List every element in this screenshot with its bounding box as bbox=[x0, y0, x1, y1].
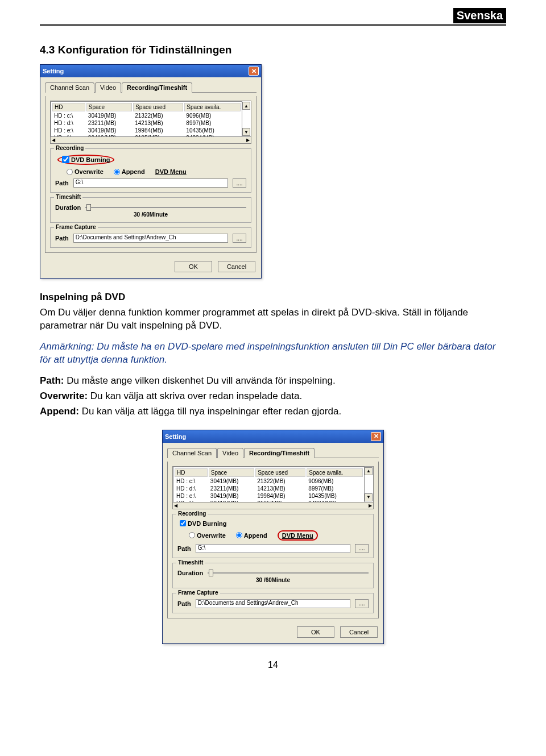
recording-fieldset: Recording DVD Burning Overwrite Append D… bbox=[50, 148, 251, 193]
frame-capture-fieldset: Frame Capture Path D:\Documents and Sett… bbox=[50, 227, 251, 248]
duration-slider[interactable] bbox=[208, 569, 369, 577]
scroll-down-icon[interactable]: ▼ bbox=[365, 493, 373, 501]
table-header-row: HD Space Space used Space availa. bbox=[52, 103, 241, 111]
recording-path-label: Path bbox=[55, 180, 69, 186]
recording-fieldset: Recording DVD Burning Overwrite Append D… bbox=[172, 514, 374, 558]
close-icon[interactable]: ✕ bbox=[371, 432, 381, 441]
capture-path-input[interactable]: D:\Documents and Settings\Andrew_Ch bbox=[73, 234, 228, 243]
dialog-screenshot-1: Setting ✕ Channel Scan Video Recording/T… bbox=[40, 64, 506, 279]
tab-video[interactable]: Video bbox=[217, 448, 243, 458]
table-row: HD : f:\30419(MB)6185(MB)24234(MB) bbox=[175, 500, 363, 502]
dvd-burning-highlight: DVD Burning bbox=[57, 155, 114, 165]
tab-strip: Channel Scan Video Recording/Timeshift bbox=[167, 447, 379, 458]
duration-slider[interactable] bbox=[85, 203, 246, 211]
table-row: HD : d:\23211(MB)14213(MB)8997(MB) bbox=[175, 485, 363, 492]
ok-button[interactable]: OK bbox=[175, 261, 212, 272]
capture-path-browse-button[interactable]: .... bbox=[233, 234, 246, 243]
tab-channel-scan[interactable]: Channel Scan bbox=[45, 82, 94, 93]
paragraph-1: Om Du väljer denna funktion kommer progr… bbox=[40, 306, 506, 333]
ok-button[interactable]: OK bbox=[297, 626, 334, 638]
table-row: HD : e:\30419(MB)19984(MB)10435(MB) bbox=[175, 493, 363, 499]
dialog-screenshot-2: Setting ✕ Channel Scan Video Recording/T… bbox=[40, 430, 506, 644]
recording-path-browse-button[interactable]: .... bbox=[233, 178, 246, 188]
horizontal-scrollbar[interactable]: ◀▶ bbox=[50, 137, 251, 144]
path-paragraph: Path: Du måste ange vilken diskenhet Du … bbox=[40, 375, 506, 388]
frame-capture-fieldset: Frame Capture Path D:\Documents and Sett… bbox=[172, 593, 374, 613]
titlebar: Setting ✕ bbox=[40, 65, 261, 77]
section-title: 4.3 Konfiguration för Tidinställningen bbox=[40, 44, 506, 56]
capture-path-label: Path bbox=[55, 235, 69, 242]
settings-dialog: Setting ✕ Channel Scan Video Recording/T… bbox=[40, 64, 262, 279]
dialog-title: Setting bbox=[165, 433, 186, 440]
recording-path-input[interactable]: G:\ bbox=[73, 178, 228, 188]
horizontal-scrollbar[interactable]: ◀▶ bbox=[172, 502, 374, 509]
note-paragraph: Anmärkning: Du måste ha en DVD-spelare m… bbox=[40, 340, 506, 367]
tab-strip: Channel Scan Video Recording/Timeshift bbox=[45, 82, 257, 93]
drive-table: HD Space Space used Space availa. HD : c… bbox=[172, 466, 374, 502]
recording-path-label: Path bbox=[177, 545, 191, 552]
append-radio[interactable] bbox=[236, 532, 242, 538]
tab-video[interactable]: Video bbox=[95, 82, 121, 93]
overwrite-radio[interactable] bbox=[67, 169, 73, 175]
append-paragraph: Append: Du kan välja att lägga till nya … bbox=[40, 405, 506, 418]
recording-path-browse-button[interactable]: .... bbox=[355, 544, 369, 553]
tab-channel-scan[interactable]: Channel Scan bbox=[167, 448, 217, 458]
duration-label: Duration bbox=[177, 570, 203, 576]
titlebar: Setting ✕ bbox=[163, 430, 383, 443]
dvd-menu-link[interactable]: DVD Menu bbox=[155, 168, 187, 175]
table-row: HD : f:\30419(MB)6185(MB)24234(MB) bbox=[52, 135, 241, 137]
capture-path-browse-button[interactable]: .... bbox=[355, 599, 369, 608]
close-icon[interactable]: ✕ bbox=[249, 67, 259, 76]
page-number: 14 bbox=[40, 660, 506, 670]
overwrite-radio[interactable] bbox=[189, 532, 195, 538]
table-row: HD : e:\30419(MB)19984(MB)10435(MB) bbox=[52, 127, 241, 134]
capture-path-label: Path bbox=[177, 600, 191, 607]
dvd-burning-checkbox[interactable] bbox=[180, 520, 186, 526]
drive-table: HD Space Space used Space availa. HD : c… bbox=[50, 101, 251, 137]
cancel-button[interactable]: Cancel bbox=[218, 261, 255, 272]
capture-path-input[interactable]: D:\Documents and Settings\Andrew_Ch bbox=[196, 599, 350, 608]
scroll-up-icon[interactable]: ▲ bbox=[242, 102, 250, 110]
tab-recording-timeshift[interactable]: Recording/Timeshift bbox=[122, 82, 192, 93]
dvd-menu-link[interactable]: DVD Menu bbox=[282, 532, 313, 539]
overwrite-paragraph: Overwrite: Du kan välja att skriva over … bbox=[40, 390, 506, 403]
scroll-up-icon[interactable]: ▲ bbox=[365, 467, 373, 475]
dialog-title: Setting bbox=[43, 68, 64, 74]
header-rule: Svenska bbox=[40, 8, 506, 26]
timeshift-fieldset: Timeshift Duration 30 /60Minute bbox=[172, 563, 374, 588]
scroll-down-icon[interactable]: ▼ bbox=[242, 128, 250, 136]
dvd-burning-checkbox[interactable] bbox=[62, 156, 69, 163]
duration-label: Duration bbox=[55, 204, 81, 211]
dvd-menu-highlight: DVD Menu bbox=[278, 530, 318, 541]
language-badge: Svenska bbox=[453, 8, 506, 23]
recording-path-input[interactable]: G:\ bbox=[196, 544, 350, 553]
settings-dialog: Setting ✕ Channel Scan Video Recording/T… bbox=[162, 430, 384, 644]
cancel-button[interactable]: Cancel bbox=[340, 626, 378, 638]
timeshift-fieldset: Timeshift Duration 30 /60Minute bbox=[50, 197, 251, 223]
subheading: Inspelning på DVD bbox=[40, 291, 506, 304]
table-row: HD : d:\23211(MB)14213(MB)8997(MB) bbox=[52, 120, 241, 126]
table-header-row: HD Space Space used Space availa. bbox=[175, 468, 363, 477]
tab-recording-timeshift[interactable]: Recording/Timeshift bbox=[244, 448, 315, 458]
table-row: HD : c:\30419(MB)21322(MB)9096(MB) bbox=[175, 478, 363, 484]
append-radio[interactable] bbox=[114, 169, 120, 175]
table-row: HD : c:\30419(MB)21322(MB)9096(MB) bbox=[52, 113, 241, 119]
